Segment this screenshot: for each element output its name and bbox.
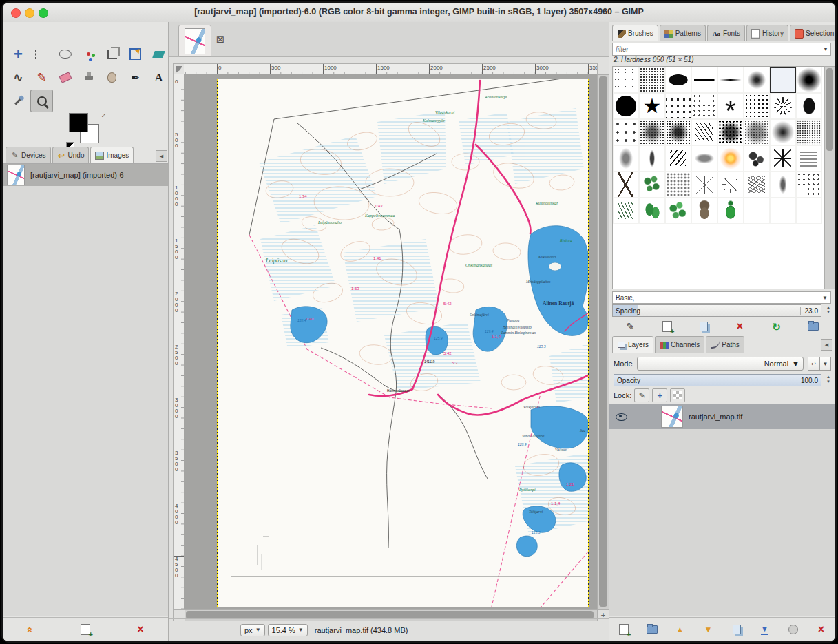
brush-item-stipple[interactable] [665,172,691,198]
brush-item-pepper[interactable] [717,198,744,224]
brush-item-empty[interactable] [744,198,770,224]
merge-down-button[interactable]: ▼ [756,621,774,638]
tab-brushes[interactable]: Brushes [612,25,658,41]
tab-layers[interactable]: Layers [612,336,653,353]
delete-brush-button[interactable]: × [731,318,749,335]
spacing-spinner[interactable]: ▲▼ [824,304,832,315]
title-bar[interactable]: [rautjarvi_map] (imported)-6.0 (RGB colo… [3,3,835,23]
opacity-spinner[interactable]: ▲▼ [824,374,832,385]
duplicate-layer-button[interactable] [728,621,746,638]
crop-tool[interactable] [101,43,123,65]
raise-layer-button[interactable]: ▲ [671,621,689,638]
transform-tool[interactable] [124,43,147,65]
brush-item-thinline[interactable] [691,67,717,93]
brush-item-bigcircle[interactable] [613,93,639,119]
brush-item-pebbles[interactable] [744,145,770,172]
edit-brush-button[interactable]: ✎ [622,318,640,335]
brush-item-star[interactable] [639,93,665,119]
pencil-tool[interactable] [30,66,53,89]
brush-item-crackle[interactable] [744,172,770,198]
close-tab-icon[interactable]: ⊠ [213,32,228,47]
brush-item-noise[interactable] [796,119,822,145]
brush-item-softdot[interactable] [744,67,770,93]
brush-item-burst[interactable] [770,93,796,119]
brush-item-fern[interactable] [613,198,639,224]
brush-item-sun[interactable] [717,145,744,172]
brush-item-blot[interactable] [796,93,822,119]
fuzzy-select-tool[interactable] [77,43,100,65]
tab-channels[interactable]: Channels [655,336,704,353]
open-brush-button[interactable] [804,318,822,335]
brush-grid-scrollbar[interactable] [824,66,835,289]
tab-history[interactable]: History [746,25,788,41]
brush-item-charcoal[interactable] [665,119,691,145]
new-layer-button[interactable] [615,621,633,638]
brush-item-speck[interactable] [796,172,822,198]
rect-select-tool[interactable] [30,43,53,65]
tab-patterns[interactable]: Patterns [660,25,706,41]
brush-item-spray[interactable] [744,119,770,145]
lower-layer-button[interactable]: ▼ [700,621,717,638]
mode-group-dropdown[interactable]: ▼ [819,357,831,371]
spacing-slider[interactable]: Spacing 23.0 [612,304,821,317]
brush-filter-input[interactable] [613,45,823,53]
brush-item-dotdiamond[interactable] [665,93,691,119]
paths-tool[interactable] [7,66,30,89]
clone-tool[interactable] [77,66,100,89]
brush-tag-row[interactable]: Basic, ▼ [612,291,831,304]
brush-item-splat[interactable] [717,93,744,119]
tab-paths[interactable]: Paths [706,336,744,353]
zoom-tool[interactable] [30,90,53,112]
tab-fonts[interactable]: AaFonts [707,25,745,41]
brush-item-sparsedots[interactable] [613,119,639,145]
smudge-tool[interactable] [101,66,123,89]
lock-pixels-button[interactable] [634,388,649,402]
unit-select[interactable]: px ▼ [240,624,265,636]
image-list-item[interactable]: [rautjarvi_map] (imported)-6 [3,164,168,186]
brush-item-dotgrid[interactable] [744,93,770,119]
brush-item-fuzzy[interactable] [770,119,796,145]
brush-item-speckle[interactable] [613,67,639,93]
add-mask-button[interactable] [784,621,802,638]
brush-item-flake[interactable] [717,172,744,198]
lock-alpha-button[interactable] [670,388,685,402]
brush-item-texture[interactable] [796,145,822,172]
vertical-scrollbar-thumb[interactable] [599,76,607,607]
delete-image-button[interactable]: × [132,621,149,638]
tab-images[interactable]: Images [90,147,134,163]
image-tab[interactable] [178,25,211,57]
new-display-button[interactable] [76,621,94,638]
layer-visibility-toggle[interactable] [609,404,633,429]
ink-tool[interactable] [124,66,147,89]
brush-item-softbig[interactable] [796,67,822,93]
text-tool[interactable] [147,66,170,89]
new-layer-group-button[interactable] [643,621,661,638]
brush-item-scratch[interactable] [691,119,717,145]
tab-devices[interactable]: Devices [6,147,51,163]
brush-item-leafgreen[interactable] [639,198,665,224]
raise-displays-button[interactable]: « [21,621,39,638]
color-picker-tool[interactable] [7,90,30,112]
brush-item-speck[interactable] [691,93,717,119]
brush-item-twig[interactable] [613,172,639,198]
canvas-page[interactable]: ArablankorpiVilpankorpiKulmanvyykrRustho… [217,79,589,607]
chevron-down-icon[interactable]: ▼ [823,46,830,52]
brush-item-taper[interactable] [717,67,744,93]
eraser-tool[interactable] [54,66,76,89]
brush-item-wisp[interactable] [770,172,796,198]
brush-item-grain[interactable] [639,67,665,93]
layer-row[interactable]: rautjarvi_map.tif [609,404,835,429]
brush-item-empty[interactable] [770,198,796,224]
brush-scrollbar-thumb[interactable] [826,68,833,151]
delete-layer-button[interactable]: × [813,621,830,638]
blend-space-button[interactable]: ↩ [808,357,819,371]
brush-item-inkblob[interactable] [665,67,691,93]
brush-item-empty[interactable] [796,198,822,224]
foreground-color-swatch[interactable] [69,113,88,132]
layers-dock-menu-button[interactable]: ◀ [821,339,832,351]
brush-item-chalk[interactable] [639,119,665,145]
refresh-brushes-button[interactable]: ↻ [768,318,786,335]
brush-item-smudge[interactable] [691,145,717,172]
lock-position-button[interactable] [652,388,667,402]
brush-item-smoke[interactable] [613,145,639,172]
